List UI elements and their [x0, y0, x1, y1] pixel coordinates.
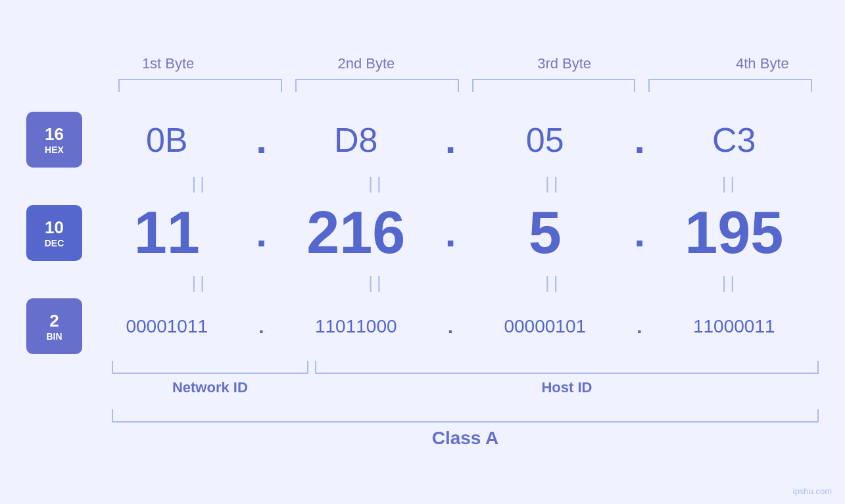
hex-values: 0B . D8 . 05 . C3 [82, 117, 819, 162]
dec-dot-1: . [252, 210, 272, 256]
bin-val-4: 11000011 [693, 316, 775, 337]
bin-val-2: 11011000 [315, 316, 397, 337]
hex-dot-3: . [630, 117, 650, 162]
dec-val-1: 11 [134, 199, 200, 267]
dec-badge-label: DEC [45, 238, 64, 248]
dec-cell-2: 216 [272, 199, 441, 267]
class-bracket-row [112, 409, 819, 423]
eq1-3: || [466, 173, 642, 194]
bin-cell-2: 11011000 [272, 316, 441, 337]
watermark: ipshu.com [793, 486, 832, 496]
bin-values: 00001011 . 11011000 . 00000101 . 1100001… [82, 315, 819, 338]
dec-row: 10 DEC 11 . 216 . 5 . 195 [26, 199, 819, 267]
byte-header-3: 3rd Byte [466, 55, 664, 72]
dec-values: 11 . 216 . 5 . 195 [82, 199, 819, 267]
bin-base-num: 2 [49, 311, 59, 331]
dec-cell-1: 11 [82, 199, 252, 267]
class-label: Class A [112, 428, 819, 449]
hex-cell-1: 0B [82, 120, 252, 160]
eq1-1: || [112, 173, 289, 194]
hex-cell-4: C3 [650, 120, 819, 160]
dec-val-3: 5 [529, 199, 562, 267]
eq2-1: || [112, 273, 289, 293]
bin-row: 2 BIN 00001011 . 11011000 . 00000101 . 1… [26, 298, 819, 354]
byte-header-1: 1st Byte [69, 55, 267, 72]
dec-dot-2: . [441, 210, 460, 256]
bin-cell-3: 00000101 [460, 316, 630, 337]
hex-badge-label: HEX [45, 145, 64, 155]
hex-val-2: D8 [334, 120, 377, 160]
hex-badge: 16 HEX [26, 112, 82, 168]
hex-base-num: 16 [45, 124, 64, 145]
class-bracket [112, 409, 819, 423]
dec-base-num: 10 [45, 218, 64, 238]
bin-badge-label: BIN [46, 331, 62, 342]
hex-cell-2: D8 [272, 120, 441, 160]
top-brackets [112, 79, 819, 92]
network-id-label: Network ID [112, 379, 308, 396]
host-id-label: Host ID [315, 379, 819, 396]
hex-dot-2: . [441, 117, 460, 162]
bracket-top-1 [118, 79, 282, 92]
bin-dot-3: . [630, 315, 650, 338]
equals-row-2: || || || || [112, 269, 819, 296]
dec-val-4: 195 [685, 199, 783, 267]
bottom-brackets [112, 361, 819, 374]
eq2-2: || [289, 273, 466, 293]
byte-headers: 1st Byte 2nd Byte 3rd Byte 4th Byte [69, 55, 845, 72]
dec-cell-3: 5 [460, 199, 630, 267]
main-container: 1st Byte 2nd Byte 3rd Byte 4th Byte 16 H… [0, 0, 845, 504]
bin-cell-4: 11000011 [650, 316, 819, 337]
hex-row: 16 HEX 0B . D8 . 05 . C3 [26, 112, 819, 168]
dec-val-2: 216 [306, 199, 405, 267]
bracket-top-2 [295, 79, 459, 92]
bracket-network [112, 361, 308, 374]
hex-val-1: 0B [146, 120, 188, 160]
eq2-4: || [642, 273, 819, 293]
bin-dot-2: . [441, 315, 460, 338]
bin-cell-1: 00001011 [82, 316, 252, 337]
hex-dot-1: . [252, 117, 272, 162]
dec-badge: 10 DEC [26, 205, 82, 261]
hex-val-3: 05 [526, 120, 564, 160]
dec-cell-4: 195 [650, 199, 819, 267]
bin-val-3: 00000101 [504, 316, 586, 337]
eq2-3: || [466, 273, 642, 293]
hex-cell-3: 05 [460, 120, 630, 160]
bin-badge: 2 BIN [26, 298, 82, 354]
eq1-4: || [642, 173, 819, 194]
labels-row: Network ID Host ID [112, 379, 819, 396]
eq1-2: || [289, 173, 466, 194]
bin-val-1: 00001011 [126, 316, 208, 337]
bracket-top-3 [472, 79, 636, 92]
dec-dot-3: . [630, 210, 650, 256]
equals-row-1: || || || || [112, 170, 819, 196]
bin-dot-1: . [252, 315, 272, 338]
bracket-top-4 [648, 79, 812, 92]
bracket-host [315, 361, 819, 374]
byte-header-2: 2nd Byte [267, 55, 465, 72]
byte-header-4: 4th Byte [664, 55, 845, 72]
hex-val-4: C3 [712, 120, 756, 160]
